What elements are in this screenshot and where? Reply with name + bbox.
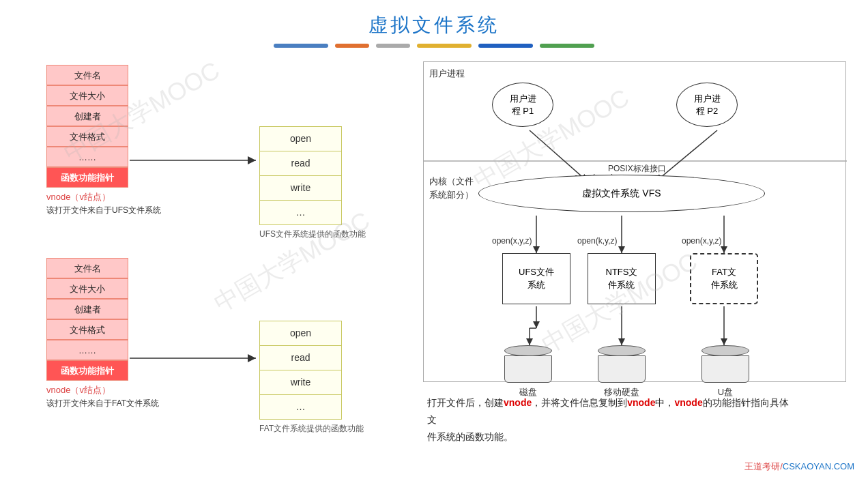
func-bottom-dots: …	[260, 395, 342, 420]
func-top-section: open read write … UFS文件系统提供的函数功能	[259, 126, 366, 240]
user-process-label: 用户进程	[429, 68, 465, 80]
vnode-keyword-3: vnode	[674, 397, 702, 408]
open-label-3: open(k,y,z)	[577, 236, 617, 246]
ufs-label: UFS文件 系统	[519, 266, 554, 291]
vnode-bottom-row-1: 文件名	[46, 258, 128, 278]
color-seg-5	[478, 44, 533, 48]
page-container: 虚拟文件系统 中国大学MOOC 中国大学MOOC 中国大学MOOC 中国大学MO…	[0, 0, 868, 481]
color-seg-4	[417, 44, 472, 48]
vnode-top-sublabel: 该打开文件来自于UFS文件系统	[46, 205, 161, 216]
vnode-top-row-3: 创建者	[46, 106, 128, 126]
func-bottom-open: open	[260, 321, 342, 346]
vnode-top-row-4: 文件格式	[46, 126, 128, 147]
func-bottom-section: open read write … FAT文件系统提供的函数功能	[259, 321, 364, 435]
vnode-keyword-2: vnode	[627, 397, 655, 408]
arrow-top	[130, 150, 266, 171]
color-seg-2	[335, 44, 369, 48]
func-bottom-table: open read write …	[259, 321, 342, 420]
vnode-top-row-6: 函数功能指针	[46, 167, 128, 188]
right-diagram: 用户进程 用户进程 P1 用户进程 P2 POSIX标准接口 open(x,y,…	[423, 61, 846, 382]
vnode-bottom-row-4: 文件格式	[46, 319, 128, 340]
bottom-text-content: 打开文件后，创建vnode，并将文件信息复制到vnode中，vnode的功能指针…	[427, 397, 789, 442]
vnode-bottom-row-5: ……	[46, 340, 128, 360]
vnode-top-row-2: 文件大小	[46, 85, 128, 106]
func-top-dots: …	[260, 201, 342, 225]
vnode-bottom-row-6: 函数功能指针	[46, 360, 128, 381]
disk-cylinder: 磁盘	[504, 345, 552, 398]
color-seg-6	[540, 44, 594, 48]
process-p1: 用户进程 P1	[492, 83, 553, 127]
vfs-label: 虚拟文件系统 VFS	[582, 188, 661, 200]
udisk-cylinder-body	[701, 355, 749, 383]
ntfs-label: NTFS文 件系统	[606, 266, 638, 291]
vnode-bottom-section: 文件名 文件大小 创建者 文件格式 …… 函数功能指针 vnode（v结点） 该…	[46, 258, 159, 409]
udisk-cylinder: U盘	[701, 345, 749, 398]
brand-text: 王道考研/CSKAOYAN.COM	[744, 461, 854, 473]
open-label-4: open(x,y,z)	[682, 236, 721, 246]
vfs-ellipse: 虚拟文件系统 VFS	[478, 175, 765, 212]
vnode-bottom-sublabel: 该打开文件来自于FAT文件系统	[46, 398, 159, 409]
process-p1-label: 用户进程 P1	[510, 93, 536, 117]
bottom-text-section: 打开文件后，创建vnode，并将文件信息复制到vnode中，vnode的功能指针…	[427, 394, 796, 446]
hdd-cylinder-body	[598, 355, 646, 383]
func-top-open: open	[260, 127, 342, 151]
func-bottom-label: FAT文件系统提供的函数功能	[259, 423, 364, 435]
arrow-bottom	[130, 348, 266, 368]
vnode-top-label: vnode（v结点）	[46, 191, 161, 203]
udisk-cylinder-top	[701, 345, 749, 356]
disk-cylinder-top	[504, 345, 552, 356]
color-seg-3	[376, 44, 410, 48]
func-top-label: UFS文件系统提供的函数功能	[259, 229, 366, 240]
posix-label: POSIX标准接口	[608, 163, 666, 175]
func-top-write: write	[260, 176, 342, 201]
page-title: 虚拟文件系统	[0, 0, 868, 38]
ufs-box: UFS文件 系统	[502, 253, 570, 304]
func-top-read: read	[260, 151, 342, 176]
vnode-top-row-1: 文件名	[46, 65, 128, 85]
brand-blue: CSKAOYAN.COM	[783, 461, 854, 471]
kernel-label: 内核（文件系统部分）	[429, 175, 474, 201]
diagram-arrows-svg	[424, 62, 847, 383]
hdd-cylinder-top	[598, 345, 646, 356]
process-p2: 用户进程 P2	[676, 83, 738, 127]
hdd-cylinder: 移动硬盘	[598, 345, 646, 398]
process-p2-label: 用户进程 P2	[694, 93, 721, 117]
vnode-bottom-row-2: 文件大小	[46, 278, 128, 299]
fat-label: FAT文 件系统	[711, 266, 738, 291]
vnode-keyword-1: vnode	[504, 397, 532, 408]
open-label-2: open(x,y,z)	[492, 236, 532, 246]
ntfs-box: NTFS文 件系统	[588, 253, 656, 304]
color-seg-1	[274, 44, 328, 48]
brand-red: 王道考研/	[744, 461, 783, 471]
func-bottom-read: read	[260, 346, 342, 370]
disk-cylinder-body	[504, 355, 552, 383]
func-top-table: open read write …	[259, 126, 342, 225]
fat-box: FAT文 件系统	[690, 253, 758, 304]
func-bottom-write: write	[260, 370, 342, 395]
vnode-top-row-5: ……	[46, 147, 128, 167]
vnode-bottom-label: vnode（v结点）	[46, 384, 159, 396]
color-bar	[0, 44, 868, 48]
vnode-top-section: 文件名 文件大小 创建者 文件格式 …… 函数功能指针 vnode（v结点） 该…	[46, 65, 161, 216]
vnode-bottom-row-3: 创建者	[46, 299, 128, 319]
